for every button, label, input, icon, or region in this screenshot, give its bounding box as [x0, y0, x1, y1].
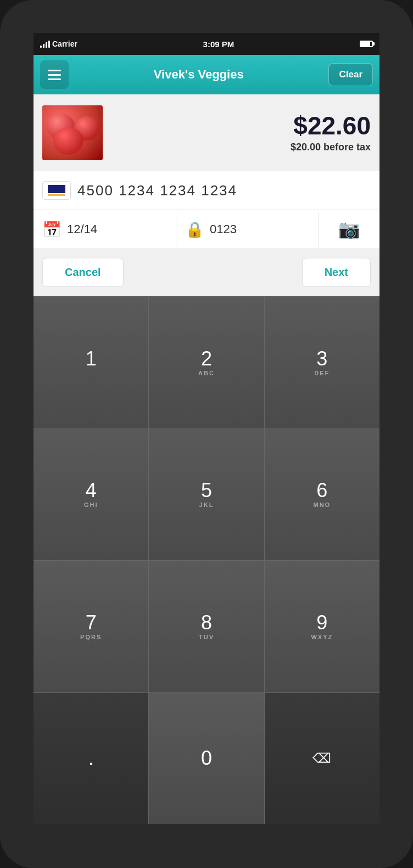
app-title: Vivek's Veggies: [154, 67, 244, 82]
backspace-icon: ⌫: [312, 751, 331, 766]
numpad-key-8[interactable]: 8 TUV: [149, 561, 264, 692]
cvv-section: 🔒 0123: [176, 212, 319, 247]
numpad-key-backspace[interactable]: ⌫: [265, 693, 379, 825]
expiry-value[interactable]: 12/14: [67, 222, 97, 236]
numpad-key-0[interactable]: 0: [149, 693, 264, 825]
numpad-key-4[interactable]: 4 GHI: [34, 429, 148, 561]
clear-button[interactable]: Clear: [328, 63, 373, 86]
visa-logo: VISA: [48, 185, 65, 193]
carrier-label: Carrier: [52, 40, 77, 48]
battery-icon: [360, 41, 373, 47]
numpad-key-1[interactable]: 1: [34, 297, 148, 429]
visa-stripe: [48, 194, 65, 196]
status-time: 3:09 PM: [203, 40, 235, 49]
tomato-art: [42, 105, 103, 160]
numpad-key-3[interactable]: 3 DEF: [265, 297, 379, 429]
phone-inner: Carrier 3:09 PM Vivek's Veggies Clear: [34, 33, 379, 824]
card-number-row: VISA 4500 1234 1234 1234: [34, 171, 379, 210]
expiry-section: 📅 12/14: [34, 212, 176, 247]
cancel-button[interactable]: Cancel: [42, 258, 124, 287]
numpad-key-2[interactable]: 2 ABC: [149, 297, 264, 429]
signal-bars-icon: [40, 40, 50, 48]
camera-section[interactable]: 📷: [319, 210, 379, 249]
menu-line-icon: [48, 78, 61, 80]
menu-button[interactable]: [40, 60, 69, 89]
app-container: Vivek's Veggies Clear $22.60 $20.00 b: [34, 55, 379, 824]
card-form: VISA 4500 1234 1234 1234 📅 12/14 🔒: [34, 171, 379, 296]
calendar-icon: 📅: [42, 221, 62, 239]
before-tax: $20.00 before tax: [291, 142, 371, 153]
numpad-key-5[interactable]: 5 JKL: [149, 429, 264, 561]
numpad: 1 2 ABC 3 DEF 4 GHI 5 JKL: [34, 296, 379, 824]
numpad-key-7[interactable]: 7 PQRS: [34, 561, 148, 692]
before-tax-amount: $20.00: [291, 142, 321, 153]
card-number-display[interactable]: 4500 1234 1234 1234: [77, 182, 237, 199]
numpad-key-6[interactable]: 6 MNO: [265, 429, 379, 561]
lock-icon: 🔒: [185, 221, 204, 239]
app-header: Vivek's Veggies Clear: [34, 55, 379, 94]
numpad-key-9[interactable]: 9 WXYZ: [265, 561, 379, 692]
status-right: [360, 41, 373, 47]
status-left: Carrier: [40, 40, 77, 48]
status-bar: Carrier 3:09 PM: [34, 33, 379, 55]
phone-frame: Carrier 3:09 PM Vivek's Veggies Clear: [0, 0, 413, 868]
before-tax-label: before tax: [323, 142, 371, 153]
visa-badge: VISA: [42, 181, 71, 200]
action-buttons: Cancel Next: [34, 249, 379, 296]
product-image: [42, 105, 103, 160]
visa-text: VISA: [48, 185, 65, 193]
order-summary: $22.60 $20.00 before tax: [34, 94, 379, 171]
cvv-value[interactable]: 0123: [210, 222, 237, 236]
price-section: $22.60 $20.00 before tax: [291, 113, 371, 153]
next-button[interactable]: Next: [302, 258, 371, 287]
camera-icon: 📷: [338, 219, 360, 240]
menu-line-icon: [48, 74, 61, 76]
numpad-key-dot[interactable]: .: [34, 693, 148, 825]
card-details-row: 📅 12/14 🔒 0123 📷: [34, 210, 379, 249]
menu-line-icon: [48, 70, 61, 71]
total-price: $22.60: [291, 113, 371, 138]
